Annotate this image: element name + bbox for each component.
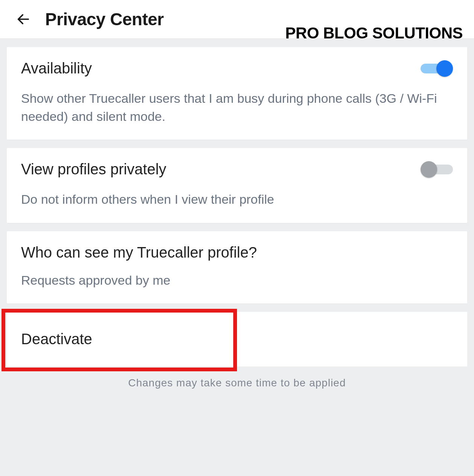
footer-note: Changes may take some time to be applied bbox=[7, 377, 467, 389]
view-privately-description: Do not inform others when I view their p… bbox=[21, 191, 453, 209]
setting-deactivate[interactable]: Deactivate bbox=[7, 312, 467, 366]
app-header: Privacy Center PRO BLOG SOLUTIONS bbox=[0, 0, 474, 39]
profile-visibility-title: Who can see my Truecaller profile? bbox=[21, 244, 257, 261]
deactivate-title: Deactivate bbox=[21, 331, 453, 348]
setting-view-privately[interactable]: View profiles privately Do not inform ot… bbox=[7, 148, 467, 223]
setting-profile-visibility[interactable]: Who can see my Truecaller profile? Reque… bbox=[7, 231, 467, 304]
view-privately-title: View profiles privately bbox=[21, 161, 166, 178]
view-privately-toggle[interactable] bbox=[421, 161, 453, 178]
settings-list: Availability Show other Truecaller users… bbox=[0, 39, 474, 389]
watermark-text: PRO BLOG SOLUTIONS bbox=[285, 24, 463, 42]
availability-toggle[interactable] bbox=[421, 60, 453, 77]
profile-visibility-value: Requests approved by me bbox=[21, 272, 453, 290]
back-arrow-icon[interactable] bbox=[15, 11, 32, 27]
availability-description: Show other Truecaller users that I am bu… bbox=[21, 90, 453, 125]
page-title: Privacy Center bbox=[45, 9, 164, 29]
availability-title: Availability bbox=[21, 60, 92, 77]
setting-availability[interactable]: Availability Show other Truecaller users… bbox=[7, 47, 467, 140]
